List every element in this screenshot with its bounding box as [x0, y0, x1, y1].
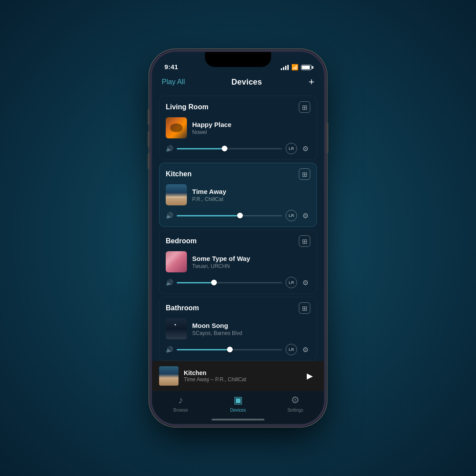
- room-card-kitchen: Kitchen ⊞ Time Away P.R., ChillCat 🔊: [159, 163, 317, 227]
- settings-label: Settings: [287, 408, 303, 413]
- lr-button-bedroom[interactable]: LR: [286, 277, 297, 288]
- room-add-button-bathroom[interactable]: ⊞: [299, 302, 310, 314]
- settings-button-bedroom[interactable]: ⚙: [301, 278, 310, 287]
- nav-item-devices[interactable]: ▣ Devices: [209, 394, 267, 413]
- status-time: 9:41: [164, 63, 178, 71]
- nav-item-settings[interactable]: ⚙ Settings: [267, 394, 324, 413]
- track-artist-bathroom: SCayos, Barnes Blvd: [192, 330, 310, 336]
- room-header-bathroom: Bathroom ⊞: [166, 302, 310, 314]
- screen: 9:41 📶 Play All Devices +: [152, 52, 324, 424]
- track-info-bedroom[interactable]: Some Type of Way Twuan, URCHN: [166, 251, 310, 272]
- volume-icon-bathroom: 🔊: [166, 346, 173, 353]
- track-artist-kitchen: P.R., ChillCat: [192, 196, 310, 202]
- page-title: Devices: [231, 78, 262, 87]
- room-name-bathroom: Bathroom: [166, 304, 199, 312]
- room-add-button-kitchen[interactable]: ⊞: [299, 168, 310, 180]
- now-playing-room: Kitchen: [184, 369, 298, 376]
- room-card-bathroom: Bathroom ⊞ Moon Song SCayos, Barnes Blvd: [159, 297, 317, 361]
- now-playing-bar[interactable]: Kitchen Time Away – P.R., ChillCat ▶: [152, 361, 324, 391]
- track-title-bedroom: Some Type of Way: [192, 255, 310, 262]
- play-all-button[interactable]: Play All: [162, 78, 185, 86]
- play-button[interactable]: ▶: [303, 369, 317, 383]
- settings-button-kitchen[interactable]: ⚙: [301, 211, 310, 220]
- volume-row-bedroom: 🔊 LR ⚙: [166, 277, 310, 288]
- browse-icon: ♪: [178, 394, 183, 406]
- track-info-kitchen[interactable]: Time Away P.R., ChillCat: [166, 184, 310, 205]
- room-card-bedroom: Bedroom ⊞ Some Type of Way Twuan, URCHN: [159, 230, 317, 294]
- volume-icon-living-room: 🔊: [166, 145, 173, 152]
- battery-icon: [301, 65, 312, 70]
- status-icons: 📶: [281, 64, 312, 71]
- volume-slider-bathroom[interactable]: [177, 349, 282, 350]
- room-header-kitchen: Kitchen ⊞: [166, 168, 310, 180]
- track-artist-bedroom: Twuan, URCHN: [192, 263, 310, 269]
- track-info-living-room[interactable]: Happy Place Nowel: [166, 117, 310, 138]
- signal-icon: [281, 65, 289, 70]
- room-header-living-room: Living Room ⊞: [166, 101, 310, 113]
- album-art-bathroom: [166, 318, 187, 339]
- add-device-button[interactable]: +: [309, 76, 314, 88]
- track-title-kitchen: Time Away: [192, 188, 310, 195]
- browse-label: Browse: [173, 408, 188, 413]
- app-content: Play All Devices + Living Room ⊞: [152, 52, 324, 424]
- volume-row-bathroom: 🔊 LR ⚙: [166, 344, 310, 355]
- settings-button-living-room[interactable]: ⚙: [301, 144, 310, 153]
- room-name-living-room: Living Room: [166, 103, 208, 111]
- album-art-bedroom: [166, 251, 187, 272]
- volume-icon-bedroom: 🔊: [166, 279, 173, 286]
- notch: [205, 52, 271, 67]
- rooms-list: Living Room ⊞ Happy Place Nowel 🔊: [152, 94, 324, 361]
- devices-label: Devices: [230, 408, 246, 413]
- room-name-bedroom: Bedroom: [166, 237, 197, 245]
- home-indicator: [212, 419, 264, 420]
- track-artist-living-room: Nowel: [192, 129, 310, 135]
- wifi-icon: 📶: [291, 64, 298, 71]
- devices-icon: ▣: [234, 394, 243, 406]
- album-art-kitchen: [166, 184, 187, 205]
- volume-row-living-room: 🔊 LR ⚙: [166, 143, 310, 154]
- volume-icon-kitchen: 🔊: [166, 212, 173, 219]
- settings-icon: ⚙: [291, 394, 300, 406]
- room-header-bedroom: Bedroom ⊞: [166, 235, 310, 247]
- track-info-bathroom[interactable]: Moon Song SCayos, Barnes Blvd: [166, 318, 310, 339]
- volume-slider-kitchen[interactable]: [177, 215, 282, 216]
- lr-button-living-room[interactable]: LR: [286, 143, 297, 154]
- album-art-living-room: [166, 117, 187, 138]
- volume-row-kitchen: 🔊 LR ⚙: [166, 210, 310, 221]
- volume-slider-bedroom[interactable]: [177, 282, 282, 283]
- room-name-kitchen: Kitchen: [166, 170, 192, 178]
- room-add-button-living-room[interactable]: ⊞: [299, 101, 310, 113]
- settings-button-bathroom[interactable]: ⚙: [301, 345, 310, 354]
- phone-frame: 9:41 📶 Play All Devices +: [152, 52, 324, 424]
- now-playing-track: Time Away – P.R., ChillCat: [184, 376, 298, 383]
- volume-slider-living-room[interactable]: [177, 148, 282, 149]
- lr-button-kitchen[interactable]: LR: [286, 210, 297, 221]
- track-title-bathroom: Moon Song: [192, 322, 310, 329]
- track-title-living-room: Happy Place: [192, 121, 310, 128]
- now-playing-art: [159, 366, 178, 386]
- lr-button-bathroom[interactable]: LR: [286, 344, 297, 355]
- nav-item-browse[interactable]: ♪ Browse: [152, 394, 209, 413]
- room-card-living-room: Living Room ⊞ Happy Place Nowel 🔊: [159, 96, 317, 160]
- room-add-button-bedroom[interactable]: ⊞: [299, 235, 310, 247]
